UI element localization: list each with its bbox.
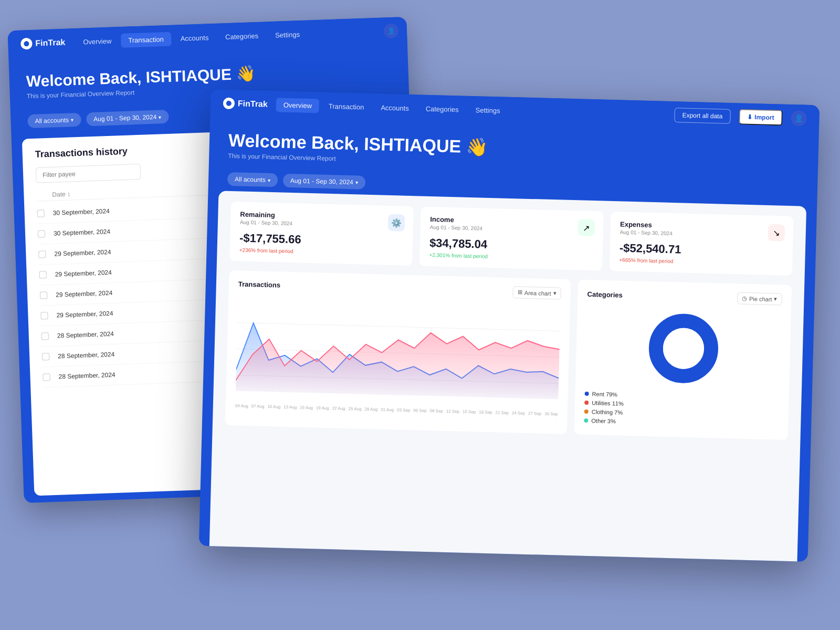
- front-nav-settings[interactable]: Settings: [468, 102, 508, 118]
- categories-legend: Rent 79% Utilities 11% Clothing 7%: [584, 391, 780, 432]
- bottom-row: Transactions ⊞ Area chart ▾: [225, 270, 792, 440]
- expenses-amount: -$52,540.71: [620, 241, 784, 259]
- date-column-header: Date ↕: [52, 185, 220, 198]
- back-nav-accounts[interactable]: Accounts: [173, 30, 216, 46]
- import-button[interactable]: ⬇ Import: [739, 109, 783, 125]
- legend-utilities-dot: [584, 401, 589, 405]
- row-date: 30 September, 2024: [54, 224, 222, 237]
- donut-chart-svg: [643, 308, 724, 389]
- expenses-card: ↘ Expenses Aug 01 - Sep 30, 2024 -$52,54…: [610, 212, 794, 276]
- import-icon: ⬇: [747, 113, 752, 121]
- row-checkbox[interactable]: [39, 271, 47, 278]
- row-checkbox[interactable]: [38, 230, 45, 237]
- remaining-amount: -$17,755.66: [239, 231, 404, 249]
- front-date-filter[interactable]: Aug 01 - Sep 30, 2024 ▾: [282, 174, 365, 190]
- pie-dropdown-arrow: ▾: [774, 296, 777, 302]
- row-checkbox[interactable]: [37, 209, 44, 217]
- pie-chart-icon: ◷: [742, 295, 747, 302]
- remaining-icon: ⚙️: [388, 214, 405, 232]
- logo-icon: [20, 38, 33, 50]
- front-nav-overview[interactable]: Overview: [276, 98, 319, 113]
- back-nav-settings[interactable]: Settings: [268, 27, 308, 43]
- back-date-filter[interactable]: Aug 01 - Sep 30, 2024 ▾: [86, 110, 169, 126]
- income-amount: $34,785.04: [429, 236, 594, 254]
- chart-area: [235, 296, 561, 410]
- back-date-arrow: ▾: [159, 114, 161, 120]
- row-date: 28 September, 2024: [58, 346, 226, 360]
- row-date: 29 September, 2024: [54, 244, 223, 257]
- area-chart-icon: ⊞: [518, 289, 522, 296]
- back-nav-items: Overview Transaction Accounts Categories…: [76, 24, 395, 49]
- back-nav-overview[interactable]: Overview: [76, 34, 119, 49]
- pie-chart-container: Rent 79% Utilities 11% Clothing 7%: [584, 307, 782, 432]
- back-accounts-arrow: ▾: [71, 117, 74, 123]
- front-accounts-arrow: ▾: [268, 177, 270, 183]
- front-nav-transaction[interactable]: Transaction: [321, 99, 372, 114]
- dashboard-content: ⚙️ Remaining Aug 01 - Sep 30, 2024 -$17,…: [209, 191, 806, 562]
- filter-payee-input[interactable]: [36, 164, 141, 183]
- pie-chart-type-button[interactable]: ◷ Pie chart ▾: [737, 292, 782, 305]
- row-date: 29 September, 2024: [56, 306, 225, 319]
- front-window: FinTrak Overview Transaction Accounts Ca…: [199, 89, 820, 562]
- remaining-card: ⚙️ Remaining Aug 01 - Sep 30, 2024 -$17,…: [229, 202, 414, 266]
- row-checkbox[interactable]: [43, 373, 50, 381]
- legend-clothing-dot: [584, 410, 589, 414]
- export-button[interactable]: Export all data: [674, 108, 730, 124]
- back-nav-transaction[interactable]: Transaction: [121, 32, 171, 47]
- area-chart-svg: [235, 296, 561, 410]
- income-card: ↗ Income Aug 01 - Sep 30, 2024 $34,785.0…: [419, 207, 604, 271]
- back-nav-categories[interactable]: Categories: [218, 28, 266, 44]
- chart-dropdown-arrow: ▾: [553, 290, 556, 297]
- front-accounts-filter[interactable]: All acounts ▾: [227, 172, 278, 187]
- row-date: 29 September, 2024: [56, 285, 224, 298]
- back-logo[interactable]: FinTrak: [20, 37, 66, 50]
- front-logo-icon: [223, 98, 235, 110]
- row-checkbox[interactable]: [41, 332, 49, 340]
- categories-header: Categories ◷ Pie chart ▾: [587, 288, 782, 306]
- row-checkbox[interactable]: [40, 312, 48, 319]
- front-nav-accounts[interactable]: Accounts: [373, 100, 416, 116]
- row-checkbox[interactable]: [42, 353, 49, 360]
- svg-line-0: [237, 322, 560, 331]
- chart-header: Transactions ⊞ Area chart ▾: [238, 279, 561, 299]
- row-checkbox[interactable]: [38, 250, 46, 258]
- categories-card: Categories ◷ Pie chart ▾: [574, 279, 792, 440]
- front-avatar[interactable]: 👤: [791, 110, 807, 127]
- row-date: 28 September, 2024: [57, 326, 226, 339]
- back-accounts-filter[interactable]: All accounts ▾: [27, 113, 81, 129]
- row-checkbox[interactable]: [40, 291, 47, 299]
- back-avatar[interactable]: 👤: [384, 24, 399, 39]
- row-date: 29 September, 2024: [55, 265, 224, 278]
- row-date: 28 September, 2024: [58, 367, 227, 380]
- expenses-icon: ↘: [768, 224, 785, 242]
- legend-other-dot: [584, 418, 588, 423]
- row-date: 30 September, 2024: [52, 204, 221, 217]
- legend-rent-dot: [585, 392, 589, 396]
- front-nav-items: Overview Transaction Accounts Categories…: [276, 98, 508, 118]
- front-logo[interactable]: FinTrak: [223, 98, 268, 110]
- front-date-arrow: ▾: [355, 180, 358, 185]
- categories-title: Categories: [587, 290, 623, 299]
- chart-title: Transactions: [238, 280, 281, 289]
- stats-row: ⚙️ Remaining Aug 01 - Sep 30, 2024 -$17,…: [229, 202, 794, 276]
- transactions-chart-card: Transactions ⊞ Area chart ▾: [225, 270, 571, 434]
- front-nav-categories[interactable]: Categories: [418, 101, 466, 117]
- chart-type-button[interactable]: ⊞ Area chart ▾: [513, 286, 561, 299]
- income-icon: ↗: [578, 219, 595, 236]
